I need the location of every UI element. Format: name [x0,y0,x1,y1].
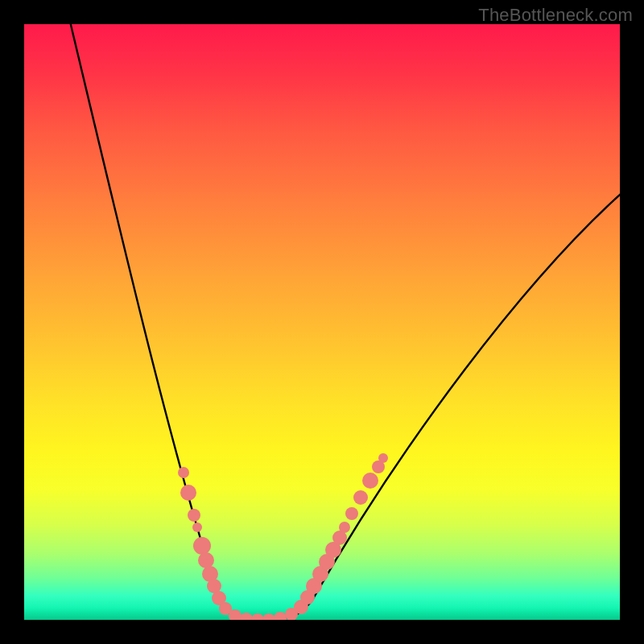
dot-left-1 [180,485,196,501]
dot-right-12 [378,453,388,463]
chart-stage: TheBottleneck.com [0,0,644,644]
dot-left-2 [188,509,200,522]
dot-left-4 [193,537,211,555]
dot-left-3 [192,522,202,532]
watermark-text: TheBottleneck.com [478,5,633,26]
dot-right-8 [345,507,358,520]
dot-right-10 [362,473,378,489]
dot-bottom-3 [262,613,275,620]
dot-left-0 [178,467,189,478]
data-dots [178,453,388,620]
plot-area [24,24,620,620]
bottleneck-curve-left [67,24,266,620]
dot-left-5 [198,552,214,568]
dot-right-7 [339,522,350,533]
dot-bottom-2 [251,613,264,620]
bottleneck-curve-right [266,193,620,620]
dot-right-9 [353,490,368,505]
curve-layer [24,24,620,620]
dot-bottom-1 [240,613,253,620]
dot-bottom-4 [274,612,287,620]
